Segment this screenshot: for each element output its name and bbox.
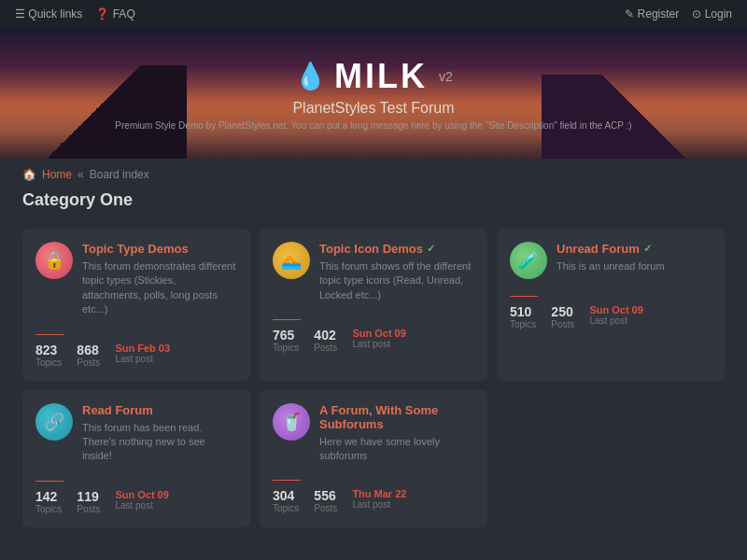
home-icon: 🏠 (22, 168, 36, 181)
forum-stats: 510 Topics 250 Posts Sun Oct 09 Last pos… (510, 304, 712, 329)
forum-card-top: 🧪 Unread Forum ✓ This is an unread forum (510, 242, 712, 279)
main-content: Category One 🔒 Topic Type Demos This for… (0, 190, 747, 560)
forum-stats: 142 Topics 119 Posts Sun Oct 09 Last pos… (35, 489, 237, 514)
stat-lastpost: Sun Oct 09 Last post (115, 489, 168, 514)
stat-posts: 556 Posts (314, 488, 337, 513)
forum-divider (35, 334, 63, 335)
forum-card-top: 🔒 Topic Type Demos This forum demonstrat… (35, 242, 237, 317)
stat-lastpost: Thu Mar 22 Last post (352, 488, 406, 513)
forum-card-top: 🔗 Read Forum This forum has been read. T… (35, 403, 237, 464)
stat-posts: 402 Posts (314, 328, 337, 353)
breadcrumb-sep: « (78, 168, 84, 181)
forum-divider (510, 296, 538, 297)
stat-posts: 868 Posts (77, 343, 100, 368)
home-link[interactable]: Home (42, 168, 72, 181)
forum-desc-topic-icon: This forum shows off the different topic… (319, 259, 474, 302)
forum-desc-unread: This is an unread forum (557, 259, 712, 273)
register-link[interactable]: ✎ Register (625, 7, 679, 21)
category-one-title: Category One (22, 190, 725, 216)
forum-avatar-topic-icon: 🏊 (273, 242, 310, 279)
breadcrumb: 🏠 Home « Board index (0, 159, 747, 190)
forum-stats: 304 Topics 556 Posts Thu Mar 22 Last pos… (273, 488, 474, 513)
forum-card-topic-type-demos[interactable]: 🔒 Topic Type Demos This forum demonstrat… (22, 229, 250, 381)
forum-name-topic-type: Topic Type Demos (82, 242, 237, 256)
login-label: Login (705, 7, 732, 21)
topnav-right: ✎ Register ⊙ Login (625, 7, 732, 21)
register-label: Register (638, 7, 680, 21)
quicklinks-link[interactable]: ☰ Quick links (15, 7, 82, 21)
forum-info: Read Forum This forum has been read. The… (82, 403, 237, 464)
forum-info: Unread Forum ✓ This is an unread forum (557, 242, 712, 273)
stat-lastpost: Sun Oct 09 Last post (352, 328, 405, 353)
forum-name-topic-icon: Topic Icon Demos ✓ (319, 242, 474, 256)
stat-topics: 510 Topics (510, 304, 536, 329)
forum-divider (273, 480, 301, 481)
faq-label: FAQ (113, 7, 135, 21)
faq-link[interactable]: ❓ FAQ (95, 7, 134, 21)
hero-icon: 💧 (294, 61, 327, 91)
stat-topics: 765 Topics (273, 328, 299, 353)
forum-info: A Forum, With Some Subforums Here we hav… (319, 403, 474, 464)
breadcrumb-current: Board index (90, 168, 149, 181)
forum-card-read[interactable]: 🔗 Read Forum This forum has been read. T… (22, 390, 250, 527)
stat-topics: 823 Topics (35, 343, 62, 368)
hero-subtitle: PlanetStyles Test Forum (292, 100, 454, 117)
forum-grid: 🔒 Topic Type Demos This forum demonstrat… (22, 229, 725, 527)
stat-topics: 142 Topics (35, 489, 62, 514)
stat-topics: 304 Topics (273, 488, 299, 513)
forum-avatar-unread: 🧪 (510, 242, 547, 279)
hero-description: Premium Style Demo by PlanetStyles.net. … (115, 120, 631, 131)
quicklinks-label: Quick links (28, 7, 82, 21)
forum-desc-subforums: Here we have some lovely subforums (319, 435, 474, 464)
forum-card-unread[interactable]: 🧪 Unread Forum ✓ This is an unread forum… (497, 229, 725, 381)
forum-stats: 765 Topics 402 Posts Sun Oct 09 Last pos… (273, 328, 474, 353)
site-name: MILK (334, 57, 428, 96)
forum-stats: 823 Topics 868 Posts Sun Feb 03 Last pos… (35, 343, 237, 368)
forum-card-top: 🥤 A Forum, With Some Subforums Here we h… (273, 403, 474, 464)
category-one: Category One 🔒 Topic Type Demos This for… (22, 190, 725, 527)
forum-name-unread: Unread Forum ✓ (557, 242, 712, 256)
forum-desc-topic-type: This forum demonstrates different topic … (82, 259, 237, 317)
forum-divider (35, 481, 63, 482)
top-navigation: ☰ Quick links ❓ FAQ ✎ Register ⊙ Login (0, 0, 747, 28)
hero-title: 💧 MILK v2 (294, 57, 453, 96)
forum-card-subforums[interactable]: 🥤 A Forum, With Some Subforums Here we h… (260, 390, 487, 527)
forum-desc-read: This forum has been read. There's nothin… (82, 421, 237, 464)
stat-posts: 119 Posts (77, 489, 100, 514)
forum-card-top: 🏊 Topic Icon Demos ✓ This forum shows of… (273, 242, 474, 302)
forum-avatar-read: 🔗 (35, 403, 73, 441)
stat-posts: 250 Posts (551, 304, 574, 329)
forum-divider (273, 319, 301, 320)
forum-name-read: Read Forum (82, 403, 237, 417)
forum-avatar-subforums: 🥤 (273, 403, 310, 441)
hero-banner: 💧 MILK v2 PlanetStyles Test Forum Premiu… (0, 28, 747, 159)
forum-info: Topic Type Demos This forum demonstrates… (82, 242, 237, 317)
topnav-left: ☰ Quick links ❓ FAQ (15, 7, 135, 21)
stat-lastpost: Sun Feb 03 Last post (115, 343, 170, 368)
stat-lastpost: Sun Oct 09 Last post (589, 304, 642, 329)
forum-name-subforums: A Forum, With Some Subforums (319, 403, 474, 431)
site-version: v2 (439, 69, 453, 84)
forum-avatar-topic-type: 🔒 (35, 242, 73, 279)
login-link[interactable]: ⊙ Login (692, 7, 732, 21)
forum-info: Topic Icon Demos ✓ This forum shows off … (319, 242, 474, 302)
forum-card-topic-icon-demos[interactable]: 🏊 Topic Icon Demos ✓ This forum shows of… (260, 229, 487, 381)
